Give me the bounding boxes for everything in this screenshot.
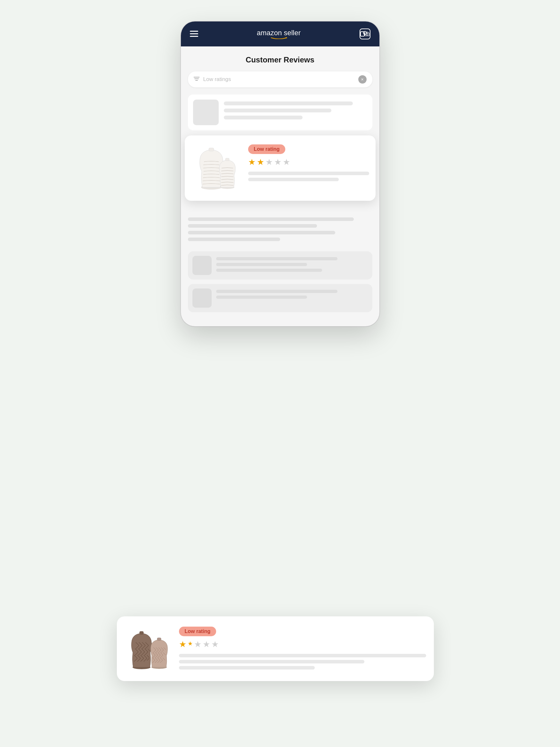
ghost-line [216,295,307,299]
star-filled: ★ [248,157,255,167]
ghost-image-1 [193,100,219,125]
ghost-card [188,251,372,280]
ghost-card [188,284,372,312]
bg-ghost-line [188,224,317,228]
ghost-line [216,263,307,266]
camera-icon[interactable] [360,28,371,40]
review-text-line [248,172,369,175]
hamburger-icon[interactable] [190,31,198,37]
ghost-card-1 [188,95,372,130]
low-rating-badge-1: Low rating [248,145,286,154]
star-filled: ★ [179,639,186,649]
ghost-img [193,256,212,275]
review-text-line [248,178,339,181]
svg-point-2 [366,33,368,35]
review-info-2: Low rating ★ ★ ★ ★ ★ [179,625,426,670]
star-empty: ★ [194,639,201,649]
logo-amazon: amazon [257,29,282,37]
ghost-line [224,108,331,112]
star-empty: ★ [211,639,219,649]
ghost-line [216,257,337,260]
product-image-1 [191,143,243,194]
app-header: amazon seller [181,22,379,46]
product-image-2 [125,625,173,673]
camera-svg [365,31,370,37]
ghost-line [216,268,323,272]
review-text-line [179,654,426,658]
star-empty: ★ [265,157,273,167]
page-title: Customer Reviews [188,55,372,65]
review-card-1: Low rating ★ ★ ★ ★ ★ [185,135,376,201]
vase-image-2 [126,626,171,671]
bottom-ghost [181,251,379,326]
ghost-line [224,102,353,105]
phone-content: Customer Reviews Low ratings × [181,46,379,212]
clear-filter-button[interactable]: × [358,75,366,83]
filter-icon [194,77,200,82]
vase-image-1 [193,144,241,192]
logo-seller: seller [282,29,301,37]
ghost-lines [216,288,368,308]
ghost-line [216,290,337,293]
star-filled: ★ [188,639,193,649]
amazon-logo: amazon seller [257,29,301,39]
review-text-line [179,666,315,670]
svg-rect-68 [157,638,161,640]
svg-rect-8 [209,148,214,151]
stars-2: ★ ★ ★ ★ ★ [179,639,426,649]
amazon-arrow-svg [269,36,288,39]
phone-frame: amazon seller Customer Reviews [181,22,379,326]
bg-content [181,212,379,251]
ghost-img [193,288,212,308]
filter-text: Low ratings [203,76,358,83]
ghost-lines [216,256,368,275]
review-lines-2 [179,654,426,670]
logo-text: amazon seller [257,29,301,37]
star-empty: ★ [274,157,281,167]
stars-1: ★ ★ ★ ★ ★ [248,157,369,167]
review-lines-1 [248,172,369,181]
star-filled: ★ [257,157,264,167]
svg-rect-3 [366,32,368,33]
bg-ghost-line [188,217,354,221]
star-empty: ★ [283,157,290,167]
ghost-line [224,115,303,120]
low-rating-badge-2: Low rating [179,627,217,636]
svg-marker-0 [286,37,287,38]
svg-rect-10 [225,158,229,161]
bg-ghost-line [188,231,335,234]
star-empty: ★ [203,639,210,649]
filter-bar[interactable]: Low ratings × [188,71,372,87]
review-text-line [179,660,364,664]
review-card-2: Low rating ★ ★ ★ ★ ★ [117,616,434,681]
ghost-lines-1 [224,100,367,120]
scene: amazon seller Customer Reviews [136,22,424,726]
bg-ghost-line [188,238,280,241]
review-info-1: Low rating ★ ★ ★ ★ ★ [248,143,369,181]
svg-rect-39 [139,632,144,634]
